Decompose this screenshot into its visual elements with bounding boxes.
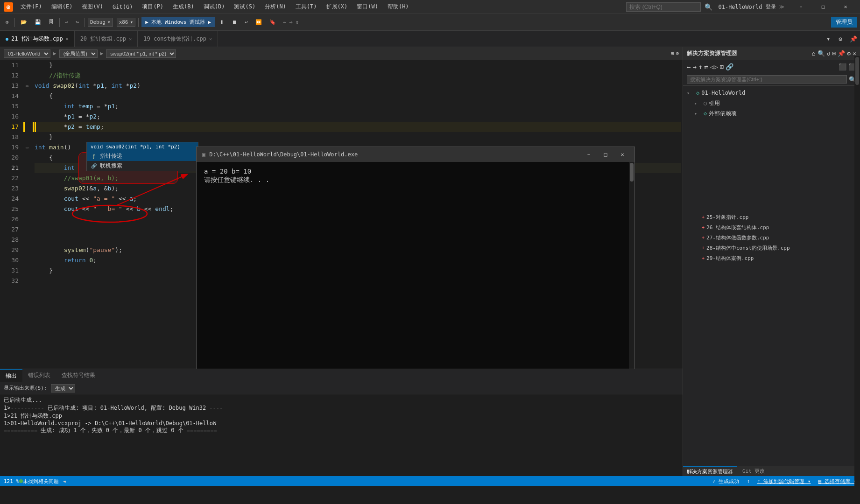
menu-project[interactable]: 项目(P) [138,0,167,14]
tree-expand-refs[interactable]: ▸ [694,101,702,106]
tab-close-2[interactable]: ✕ [129,36,132,42]
code-line-15: int temp = *p1; [35,101,681,112]
tab-close-active[interactable]: ✕ [66,36,69,42]
add-source-button[interactable]: ↑ 添加到源代码管理 ▾ [757,478,811,485]
menu-tools[interactable]: 工具(T) [292,0,321,14]
toolbar-icon-4[interactable]: ⏩ [253,18,265,26]
sidebar-nav-back[interactable]: ← [687,63,691,70]
function-dropdown[interactable]: swap02(int * p1, int * p2) [106,49,176,58]
output-source-select[interactable]: 生成 [51,384,75,392]
tree-item-solution[interactable]: ▾ ◇ 01-HelloWorld [683,88,860,98]
project-dropdown[interactable]: 01-HelloWorld [4,49,50,58]
sidebar-nav-more1[interactable]: ◁▷ [710,63,718,70]
tree-expand-solution[interactable]: ▾ [687,91,694,96]
breadcrumb-expand-icon[interactable]: ⊞ [671,50,674,56]
tree-item-29[interactable]: + 29-结构体案例.cpp [683,253,860,263]
sidebar-tab-solution[interactable]: 解决方案资源管理器 [683,466,737,476]
collapse-19[interactable]: ▭ [23,144,31,151]
menu-test[interactable]: 测试(S) [230,0,259,14]
sidebar-tab-git[interactable]: Git 更改 [739,466,769,476]
sidebar-nav-more2[interactable]: ⊞ [720,63,724,70]
tree-expand-external[interactable]: ▾ [694,111,702,116]
save-repo-button[interactable]: ▤ 选择存储库 ▾ [818,478,857,485]
menu-view[interactable]: 视图(V) [78,0,107,14]
save-all-button[interactable]: 🗄 [46,18,56,26]
sidebar-search-input[interactable] [687,75,847,84]
toolbar-icon-5[interactable]: 🔖 [267,18,279,26]
terminal-minimize-button[interactable]: － [582,148,595,161]
sidebar-nav-more3[interactable]: 🔗 [726,63,733,70]
minimize-button[interactable]: － [790,0,811,14]
intellisense-item-1[interactable]: 🔗 联机搜索 [87,161,198,171]
tree-item-25[interactable]: + 25-对象指针.cpp [683,212,860,222]
collapse-13[interactable]: ▭ [23,82,31,90]
scope-dropdown[interactable]: (全局范围) [59,49,98,58]
toolbar-icon-2[interactable]: ⏹ [229,18,240,26]
output-tab-errors[interactable]: 错误列表 [22,369,56,382]
tree-item-references[interactable]: ▸ ○ 引用 [683,98,860,108]
output-tab-find[interactable]: 查找符号结果 [56,369,101,382]
tree-item-27[interactable]: + 27-结构体做函数参数.cpp [683,232,860,243]
terminal-maximize-button[interactable]: □ [599,148,612,161]
gutter-19[interactable]: ▭ [23,142,33,153]
toolbar-icon-1[interactable]: ⏸ [217,18,227,26]
menu-analyze[interactable]: 分析(N) [261,0,290,14]
tree-item-26[interactable]: + 26-结构体嵌套结构体.cpp [683,222,860,232]
menu-file[interactable]: 文件(F) [17,0,46,14]
tab-settings-icon[interactable]: ⚙ [836,35,845,42]
menu-edit[interactable]: 编辑(E) [48,0,77,14]
code-editor[interactable]: 11 12 13 14 15 16 17 18 19 20 21 22 23 2… [0,60,683,369]
zoom-level[interactable]: 121 % [4,478,19,484]
terminal-scrollbar[interactable] [629,162,634,369]
menu-help[interactable]: 帮助(H) [384,0,413,14]
sidebar-refresh-icon[interactable]: ↺ [827,50,831,57]
terminal-close-button[interactable]: ✕ [616,148,629,161]
toolbar-bookmark-nav[interactable]: ⇦ ⇨ ⇧ [281,18,302,26]
tab-active-file[interactable]: ● 21-指针与函数.cpp ✕ [0,31,75,47]
tab-file-2[interactable]: 20-指针数组.cpp ✕ [75,31,138,47]
terminal-scroll-thumb[interactable] [630,163,634,182]
menu-extensions[interactable]: 扩展(X) [323,0,352,14]
sidebar-nav-sync[interactable]: ⇄ [704,63,708,70]
sidebar-scrollbar[interactable] [854,56,860,494]
config-dropdown[interactable]: Debug ▾ [88,18,113,27]
sidebar-nav-up[interactable]: ↑ [698,63,702,70]
global-search-input[interactable] [626,2,701,12]
close-button[interactable]: ✕ [835,0,856,14]
undo-button[interactable]: ↩ [63,18,71,26]
platform-dropdown[interactable]: x86 ▾ [117,18,136,27]
output-tab-output[interactable]: 输出 [0,369,22,382]
sidebar-settings-icon[interactable]: ⚙ [847,50,851,57]
menu-debug[interactable]: 调试(D) [200,0,229,14]
login-text[interactable]: 登录 ≫ [766,3,784,10]
toolbar-icon-3[interactable]: ↩ [242,18,251,26]
sidebar-pin-icon[interactable]: 📌 [838,50,845,57]
admin-button[interactable]: 管理员 [831,17,857,28]
sidebar-collapse-icon[interactable]: ⊟ [832,50,836,57]
breadcrumb-settings-icon[interactable]: ⚙ [676,50,679,56]
menu-git[interactable]: Git(G) [109,0,136,14]
sidebar-nav-forward[interactable]: → [692,63,696,70]
sidebar-scroll-thumb[interactable] [855,57,859,85]
sidebar-search-icon[interactable]: 🔍 [818,50,825,57]
run-debugger-button[interactable]: ▶ 本地 Windows 调试器 ▶ [141,17,215,27]
open-button[interactable]: 📂 [18,18,30,26]
menu-window[interactable]: 窗口(W) [353,0,382,14]
window-title: 01-HelloWorld [718,4,762,10]
menu-build[interactable]: 生成(B) [169,0,198,14]
new-project-button[interactable]: ⊕ [3,18,12,26]
tree-item-28[interactable]: + 28-结构体中const的使用场景.cpp [683,243,860,253]
tree-item-external[interactable]: ▾ ◇ 外部依赖项 [683,108,860,119]
tab-file-3[interactable]: 19-const修饰指针.cpp ✕ [138,31,218,47]
tab-pin-icon[interactable]: 📌 [847,35,860,42]
sidebar-home-icon[interactable]: ⌂ [812,50,816,57]
tab-close-3[interactable]: ✕ [209,36,212,42]
tab-overflow-button[interactable]: ▾ [823,35,834,42]
redo-button[interactable]: ↪ [73,18,82,26]
intellisense-item-0[interactable]: ƒ 指针传递 [87,151,198,161]
sidebar-nav-extra1[interactable]: ⬛ [839,63,846,70]
output-line-build-start: 1>---------- 已启动生成: 项目: 01-HelloWorld, 配… [4,404,679,412]
gutter-13[interactable]: ▭ [23,81,33,91]
maximize-button[interactable]: □ [812,0,834,14]
save-button[interactable]: 💾 [32,18,44,26]
